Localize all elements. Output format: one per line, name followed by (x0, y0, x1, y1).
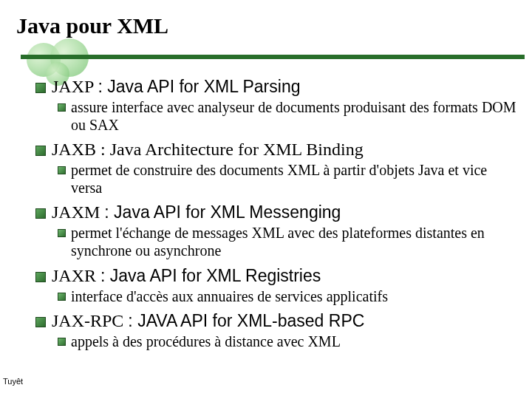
item-heading: JAX-RPC : JAVA API for XML-based RPC (52, 311, 364, 331)
sub-bullet-icon (58, 229, 66, 237)
list-item: JAXM : Java API for XML Messenging perme… (35, 202, 519, 259)
footer-author: Tuyêt (3, 377, 23, 386)
list-item: JAXB : Java Architecture for XML Binding… (35, 140, 519, 197)
item-subtext: permet de construire des documents XML à… (71, 162, 519, 197)
sub-bullet-icon (58, 338, 66, 346)
sub-bullet-icon (58, 293, 66, 301)
item-subtext: permet l'échange de messages XML avec de… (71, 225, 519, 259)
sub-bullet-icon (58, 103, 66, 112)
slide-title: Java pour XML (16, 13, 168, 38)
bullet-icon (35, 272, 46, 282)
item-heading: JAXR : Java API for XML Registries (52, 266, 321, 286)
bullet-icon (35, 83, 46, 93)
item-subtext: assure interface avec analyseur de docum… (71, 99, 519, 134)
bullet-icon (35, 146, 46, 156)
sub-bullet-icon (58, 166, 66, 174)
list-item: JAXP : Java API for XML Parsing assure i… (35, 77, 519, 134)
list-item: JAXR : Java API for XML Registries inter… (35, 266, 519, 306)
item-heading: JAXB : Java Architecture for XML Binding (52, 140, 364, 160)
content-area: JAXP : Java API for XML Parsing assure i… (35, 77, 519, 357)
bullet-icon (35, 317, 46, 327)
list-item: JAX-RPC : JAVA API for XML-based RPC app… (35, 311, 519, 351)
item-subtext: interface d'accès aux annuaires de servi… (71, 288, 388, 306)
item-heading: JAXP : Java API for XML Parsing (52, 77, 300, 97)
title-divider (21, 55, 525, 59)
item-subtext: appels à des procédures à distance avec … (71, 333, 341, 351)
item-heading: JAXM : Java API for XML Messenging (52, 202, 341, 222)
bullet-icon (35, 208, 46, 219)
